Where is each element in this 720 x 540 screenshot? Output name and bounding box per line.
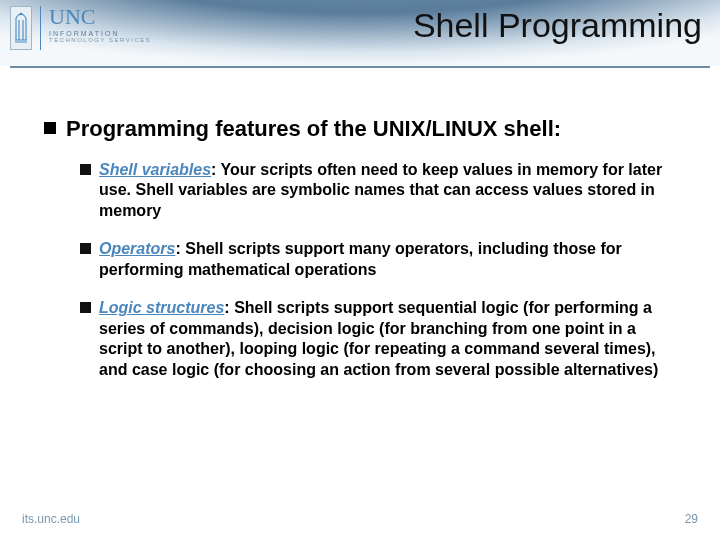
footer-url: its.unc.edu [22, 512, 80, 526]
sub-bullet-icon [80, 164, 91, 175]
bullet-list: Shell variables: Your scripts often need… [44, 160, 676, 380]
item-term: Logic structures [99, 299, 224, 316]
logo-area: UNC INFORMATION TECHNOLOGY SERVICES [10, 6, 151, 50]
item-term: Shell variables [99, 161, 211, 178]
sub-bullet-icon [80, 243, 91, 254]
brand-text: UNC INFORMATION TECHNOLOGY SERVICES [49, 6, 151, 43]
list-item: Shell variables: Your scripts often need… [80, 160, 676, 221]
slide: UNC INFORMATION TECHNOLOGY SERVICES Shel… [0, 0, 720, 540]
emphasis: case logic [132, 361, 209, 378]
slide-heading: Programming features of the UNIX/LINUX s… [66, 116, 561, 142]
list-item: Operators: Shell scripts support many op… [80, 239, 676, 280]
emphasis: decision logic [268, 320, 375, 337]
brand-sub1: INFORMATION [49, 30, 151, 37]
list-item-text: Logic structures: Shell scripts support … [99, 298, 676, 380]
bullet-icon [44, 122, 56, 134]
brand-name: UNC [49, 6, 151, 28]
heading-row: Programming features of the UNIX/LINUX s… [44, 116, 676, 142]
old-well-icon [10, 6, 32, 50]
sub-bullet-icon [80, 302, 91, 313]
list-item-text: Operators: Shell scripts support many op… [99, 239, 676, 280]
emphasis: looping logic [239, 340, 339, 357]
list-item: Logic structures: Shell scripts support … [80, 298, 676, 380]
header-rule [10, 66, 710, 68]
page-number: 29 [685, 512, 698, 526]
slide-body: Programming features of the UNIX/LINUX s… [0, 80, 720, 380]
footer: its.unc.edu 29 [0, 512, 720, 526]
svg-point-0 [20, 13, 22, 15]
item-term: Operators [99, 240, 175, 257]
brand-sub2: TECHNOLOGY SERVICES [49, 37, 151, 43]
slide-title: Shell Programming [413, 6, 702, 45]
logo-divider [40, 6, 41, 50]
emphasis: sequential logic [398, 299, 519, 316]
list-item-text: Shell variables: Your scripts often need… [99, 160, 676, 221]
header: UNC INFORMATION TECHNOLOGY SERVICES Shel… [0, 0, 720, 80]
